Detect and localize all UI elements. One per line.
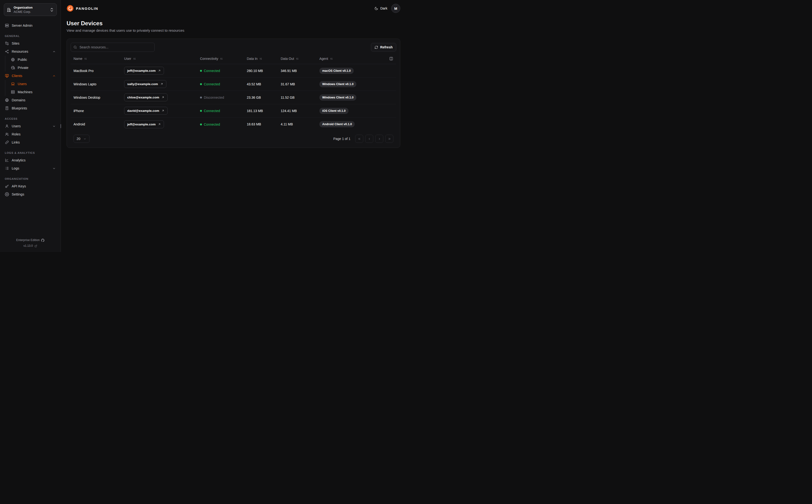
avatar[interactable]: M [391, 4, 400, 13]
sort-icon [220, 57, 223, 60]
sidebar-item-api-keys[interactable]: API Keys [4, 182, 57, 190]
org-selector[interactable]: Organization ACME Corp. [4, 3, 57, 16]
theme-toggle-label: Dark [380, 6, 387, 10]
page-title: User Devices [67, 20, 400, 27]
device-name-cell: MacBook Pro [73, 69, 124, 73]
page-subtitle: View and manage devices that users use t… [67, 28, 400, 32]
sidebar-resize-handle[interactable] [60, 124, 61, 128]
chevron-down-icon [52, 167, 56, 170]
column-header-data-in[interactable]: Data In [247, 57, 281, 61]
chevron-down-icon [52, 124, 56, 128]
column-header-connectivity[interactable]: Connectivity [200, 57, 247, 61]
prev-page-button[interactable] [365, 135, 373, 143]
topbar: PANGOLIN Dark M [67, 0, 400, 17]
sidebar-nav: Server AdminGENERALSitesResourcesPublicP… [4, 22, 57, 237]
devices-card: Refresh NameUserConnectivityData InData … [67, 39, 400, 148]
server-icon [5, 23, 9, 28]
chevron-up-icon [52, 74, 56, 78]
user-link-button[interactable]: jeff@example.com [124, 120, 164, 128]
brand-name: PANGOLIN [76, 6, 98, 10]
sidebar-footer: Enterprise Edition v1.13.0 [4, 237, 57, 249]
data-out-cell: 11.52 GB [281, 96, 319, 99]
laptop-icon [11, 82, 15, 86]
status-dot-icon [200, 83, 202, 85]
connectivity-status: Connected [200, 109, 220, 113]
sidebar-item-analytics[interactable]: Analytics [4, 156, 57, 164]
first-page-button[interactable] [355, 135, 363, 143]
theme-toggle[interactable]: Dark [374, 6, 387, 10]
last-page-button[interactable] [385, 135, 393, 143]
sidebar-item-users[interactable]: Users [4, 122, 57, 130]
user-link-button[interactable]: chloe@example.com [124, 93, 167, 101]
sidebar-item-machines[interactable]: Machines [10, 88, 57, 96]
main-content: PANGOLIN Dark M User Devices View and ma… [61, 0, 406, 252]
column-header-data-out[interactable]: Data Out [281, 57, 319, 61]
agent-badge: iOS Client v0.1.0 [319, 108, 349, 114]
agent-badge: Windows Client v0.1.0 [319, 94, 356, 101]
moon-icon [374, 6, 378, 10]
next-page-button[interactable] [375, 135, 383, 143]
columns-icon [389, 57, 393, 61]
sidebar-item-resources[interactable]: Resources [4, 48, 57, 55]
data-in-cell: 43.52 MB [247, 82, 281, 86]
arrow-up-right-icon [161, 96, 164, 99]
sidebar-item-domains[interactable]: Domains [4, 96, 57, 104]
column-header-name[interactable]: Name [73, 57, 124, 61]
chevron-left-icon [368, 137, 371, 141]
table-row: Androidjeff@example.comConnected18.63 MB… [71, 118, 396, 131]
globe-icon [11, 57, 15, 62]
page-head: User Devices View and manage devices tha… [67, 20, 400, 32]
column-settings-button[interactable] [386, 57, 393, 61]
column-header-agent[interactable]: Agent [319, 57, 386, 61]
connectivity-status: Connected [200, 69, 220, 73]
brand[interactable]: PANGOLIN [67, 5, 98, 12]
user-link-button[interactable]: jeff@example.com [124, 67, 164, 75]
sidebar-subgroup: PublicPrivate [5, 56, 57, 72]
sidebar-item-roles[interactable]: Roles [4, 130, 57, 138]
sidebar-item-label: Roles [12, 132, 21, 136]
connectivity-status: Disconnected [200, 96, 224, 99]
data-out-cell: 31.67 MB [281, 82, 319, 86]
sidebar: Organization ACME Corp. Server AdminGENE… [0, 0, 61, 252]
arrow-up-right-icon [158, 69, 161, 72]
table-row: iPhonedavid@example.comConnected181.13 M… [71, 104, 396, 118]
org-selector-label: Organization [14, 5, 47, 10]
user-link-button[interactable]: david@example.com [124, 107, 167, 115]
refresh-button[interactable]: Refresh [371, 43, 396, 51]
sidebar-item-label: Analytics [12, 158, 26, 162]
arrow-up-right-icon [158, 123, 161, 126]
search-input[interactable] [71, 43, 155, 52]
device-name-cell: iPhone [73, 109, 124, 113]
status-dot-icon [200, 123, 202, 125]
chart-line-icon [5, 158, 9, 162]
sidebar-item-server-admin[interactable]: Server Admin [4, 22, 57, 29]
device-name-cell: Windows Desktop [73, 96, 124, 99]
sort-icon [259, 57, 262, 60]
sidebar-item-label: Private [18, 66, 28, 70]
edition-label: Enterprise Edition [16, 237, 40, 243]
sidebar-item-links[interactable]: Links [4, 139, 57, 146]
sidebar-item-label: API Keys [12, 184, 26, 188]
data-in-cell: 23.36 GB [247, 96, 281, 99]
sidebar-item-public[interactable]: Public [10, 56, 57, 63]
version-link[interactable]: v1.13.0 [4, 243, 57, 249]
page-size-select[interactable]: 20 [73, 135, 89, 143]
sidebar-item-clients[interactable]: Clients [4, 72, 57, 80]
sort-icon [296, 57, 299, 60]
table-row: Windows Laptosally@example.comConnected4… [71, 77, 396, 91]
sidebar-item-settings[interactable]: Settings [4, 190, 57, 198]
sidebar-item-sites[interactable]: Sites [4, 40, 57, 47]
sidebar-item-blueprints[interactable]: Blueprints [4, 104, 57, 112]
column-header-user[interactable]: User [124, 57, 200, 61]
chevrons-left-icon [358, 137, 361, 141]
key-icon [5, 184, 9, 188]
sidebar-item-logs[interactable]: Logs [4, 165, 57, 172]
table-toolbar: Refresh [71, 43, 396, 52]
server-icon [11, 90, 15, 94]
globe-lock-icon [11, 66, 15, 70]
data-out-cell: 346.91 MB [281, 69, 319, 73]
sidebar-item-label: Machines [18, 90, 32, 94]
sidebar-item-users[interactable]: Users [10, 80, 57, 88]
sidebar-item-private[interactable]: Private [10, 64, 57, 72]
user-link-button[interactable]: sally@example.com [124, 80, 166, 88]
